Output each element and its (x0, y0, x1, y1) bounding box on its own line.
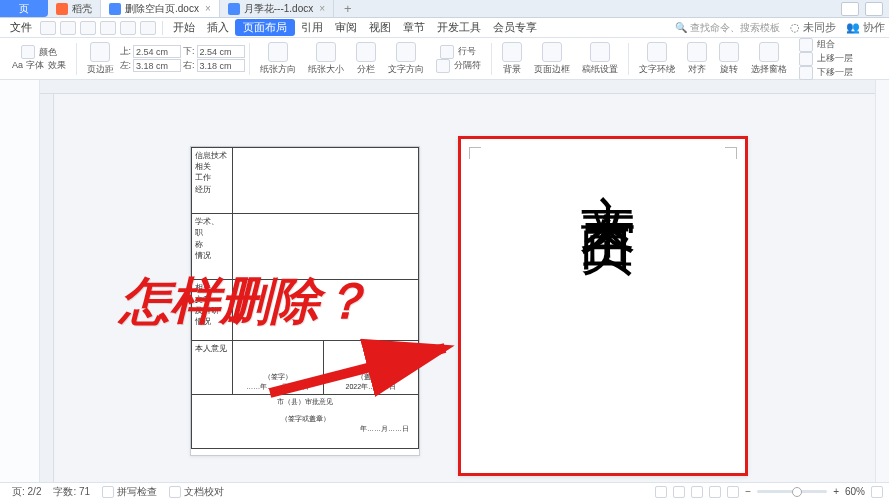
line-number-label: 行号 (458, 45, 476, 58)
print-icon[interactable] (80, 21, 96, 35)
close-icon[interactable]: × (319, 3, 325, 14)
save-icon[interactable] (60, 21, 76, 35)
tab-daoke[interactable]: 稻壳 (48, 0, 101, 17)
window-max-button[interactable] (865, 2, 883, 16)
document-workspace[interactable]: 信息技术相关工作经历 学术、职称情况 相关文章及科研情况 本人意见 （签字） …… (0, 80, 889, 482)
margin-values: 上: 2.54 cm 下: 2.54 cm 左: 3.18 cm 右: 3.18… (120, 45, 245, 72)
vertical-ruler[interactable] (40, 94, 54, 482)
menu-member[interactable]: 会员专享 (487, 20, 543, 35)
margin-button[interactable]: 页边距 (81, 38, 120, 79)
page-2-empty[interactable] (458, 136, 748, 476)
status-words[interactable]: 字数: 71 (47, 485, 96, 499)
text-direction-button[interactable]: 文字方向 (382, 38, 430, 79)
window-min-button[interactable] (841, 2, 859, 16)
sign2-label: （签字或盖章） (281, 415, 330, 422)
tab-other-doc[interactable]: 月季花---1.docx × (220, 0, 334, 17)
undo-icon[interactable] (120, 21, 136, 35)
zoom-in-button[interactable]: + (833, 486, 839, 497)
theme-font-label[interactable]: Aa 字体 (12, 59, 44, 72)
columns-button[interactable]: 分栏 (350, 38, 382, 79)
right-scrollbar[interactable] (875, 80, 889, 482)
menu-dev[interactable]: 开发工具 (431, 20, 487, 35)
text-direction-icon (396, 42, 416, 62)
select-pane-button[interactable]: 选择窗格 (745, 38, 793, 79)
combine-icon[interactable] (799, 38, 813, 52)
paper-size-icon (316, 42, 336, 62)
menu-review[interactable]: 审阅 (329, 20, 363, 35)
coop-button[interactable]: 👥 协作 (846, 20, 885, 35)
view-mode-4-icon[interactable] (709, 486, 721, 498)
view-mode-5-icon[interactable] (727, 486, 739, 498)
search-input[interactable]: 🔍 查找命令、搜索模板 (675, 21, 780, 35)
view-mode-1-icon[interactable] (655, 486, 667, 498)
orientation-icon (268, 42, 288, 62)
file-menu[interactable]: 文件 (4, 20, 38, 35)
rotate-icon (719, 42, 739, 62)
zoom-value[interactable]: 60% (845, 486, 865, 497)
background-button[interactable]: 背景 (496, 38, 528, 79)
paper-size-button[interactable]: 纸张大小 (302, 38, 350, 79)
preview-icon[interactable] (100, 21, 116, 35)
menu-view[interactable]: 视图 (363, 20, 397, 35)
tab-label: 月季花---1.docx (244, 2, 313, 16)
page-border-button[interactable]: 页面边框 (528, 38, 576, 79)
menu-insert[interactable]: 插入 (201, 20, 235, 35)
horizontal-ruler[interactable] (40, 80, 875, 94)
text-wrap-button[interactable]: 文字环绕 (633, 38, 681, 79)
margin-left-input[interactable]: 3.18 cm (133, 59, 181, 72)
cell-info-tech: 信息技术相关工作经历 (192, 148, 233, 214)
align-button[interactable]: 对齐 (681, 38, 713, 79)
view-mode-2-icon[interactable] (673, 486, 685, 498)
menu-page-layout[interactable]: 页面布局 (235, 19, 295, 36)
status-page[interactable]: 页: 2/2 (6, 485, 47, 499)
search-placeholder: 查找命令、搜索模板 (690, 22, 780, 33)
page-corner-marker (469, 147, 481, 159)
arrange-group: 组合 上移一层 下移一层 (793, 38, 859, 79)
manuscript-button[interactable]: 稿纸设置 (576, 38, 624, 79)
separator-icon (436, 59, 450, 73)
tab-current-doc[interactable]: 删除空白页.docx × (101, 0, 220, 17)
page-border-icon (542, 42, 562, 62)
zoom-out-button[interactable]: − (745, 486, 751, 497)
sync-status[interactable]: ◌ 未同步 (790, 20, 836, 35)
margin-right-input[interactable]: 3.18 cm (197, 59, 245, 72)
close-icon[interactable]: × (205, 3, 211, 14)
redo-icon[interactable] (140, 21, 156, 35)
menu-chapter[interactable]: 章节 (397, 20, 431, 35)
rotate-label: 旋转 (720, 63, 738, 76)
spell-icon (102, 486, 114, 498)
combine-label: 组合 (817, 38, 835, 51)
zoom-slider[interactable] (757, 490, 827, 493)
send-backward-label: 下移一层 (817, 66, 853, 79)
manuscript-icon (590, 42, 610, 62)
page-1[interactable]: 信息技术相关工作经历 学术、职称情况 相关文章及科研情况 本人意见 （签字） …… (190, 146, 420, 456)
select-pane-label: 选择窗格 (751, 63, 787, 76)
status-proof[interactable]: 文档校对 (163, 485, 230, 499)
home-icon[interactable] (40, 21, 56, 35)
theme-color-label: 颜色 (39, 46, 57, 59)
theme-effect-label[interactable]: 效果 (48, 59, 66, 72)
tab-label: 删除空白页.docx (125, 2, 199, 16)
new-tab-button[interactable]: + (334, 1, 362, 16)
margin-icon (90, 42, 110, 62)
view-mode-3-icon[interactable] (691, 486, 703, 498)
orientation-label: 纸张方向 (260, 63, 296, 76)
paper-size-label: 纸张大小 (308, 63, 344, 76)
cell-self-opinion: 本人意见 (192, 340, 233, 394)
fullscreen-icon[interactable] (871, 486, 883, 498)
orientation-button[interactable]: 纸张方向 (254, 38, 302, 79)
bring-forward-icon[interactable] (799, 52, 813, 66)
margin-top-label: 上: (120, 45, 132, 58)
margin-bottom-input[interactable]: 2.54 cm (197, 45, 245, 58)
send-backward-icon[interactable] (799, 66, 813, 80)
text-wrap-icon (647, 42, 667, 62)
page-corner-marker (725, 147, 737, 159)
status-spell[interactable]: 拼写检查 (96, 485, 163, 499)
menu-start[interactable]: 开始 (167, 20, 201, 35)
menu-references[interactable]: 引用 (295, 20, 329, 35)
margin-top-input[interactable]: 2.54 cm (133, 45, 181, 58)
background-icon (502, 42, 522, 62)
theme-color-icon[interactable] (21, 45, 35, 59)
rotate-button[interactable]: 旋转 (713, 38, 745, 79)
line-number-button[interactable]: 行号 分隔符 (430, 38, 487, 79)
